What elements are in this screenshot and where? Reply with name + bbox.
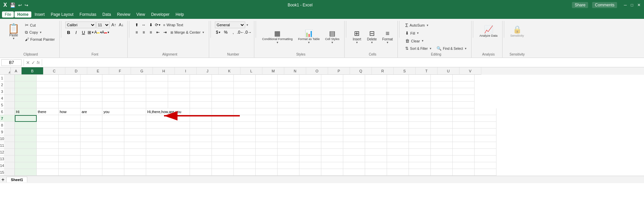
cell-r15[interactable] <box>387 169 409 176</box>
row-num-7[interactable]: 7 <box>0 115 4 122</box>
cell-e1[interactable] <box>80 75 102 81</box>
cell-d2[interactable] <box>59 81 80 88</box>
cell-b1[interactable] <box>15 75 37 81</box>
cell-e7[interactable] <box>80 115 102 122</box>
cell-d10[interactable] <box>59 135 80 142</box>
decrease-indent-button[interactable]: ⇤ <box>155 29 161 36</box>
menu-formulas[interactable]: Formulas <box>77 11 99 18</box>
analyze-data-button[interactable]: 📈 Analyze Data <box>477 22 500 42</box>
cell-v5[interactable] <box>453 102 475 108</box>
clear-button[interactable]: 🗑 Clear ▼ <box>404 37 430 44</box>
cell-l14[interactable] <box>256 162 278 169</box>
cell-reference-input[interactable] <box>1 59 22 66</box>
cell-s8[interactable] <box>409 122 431 129</box>
cell-p8[interactable] <box>343 122 365 129</box>
cell-d6[interactable]: how <box>59 108 80 115</box>
cell-j6[interactable] <box>212 108 234 115</box>
cell-d5[interactable] <box>59 102 80 108</box>
col-header-v[interactable]: V <box>459 67 481 75</box>
cell-a12[interactable] <box>4 149 15 156</box>
cell-h1[interactable] <box>146 75 168 81</box>
cell-e9[interactable] <box>80 129 102 135</box>
cell-a2[interactable] <box>4 81 15 88</box>
cell-g3[interactable] <box>124 88 146 95</box>
number-format-select[interactable]: General <box>215 22 245 28</box>
row-num-2[interactable]: 2 <box>0 81 4 88</box>
row-num-13[interactable]: 13 <box>0 156 4 162</box>
cell-k6[interactable] <box>234 108 256 115</box>
cell-p10[interactable] <box>343 135 365 142</box>
cell-s12[interactable] <box>409 149 431 156</box>
cell-j15[interactable] <box>212 169 234 176</box>
cell-k13[interactable] <box>234 156 256 162</box>
cell-q5[interactable] <box>343 102 365 108</box>
cell-f3[interactable] <box>102 88 124 95</box>
cell-n6[interactable] <box>299 108 321 115</box>
cell-b12[interactable] <box>15 149 37 156</box>
cell-g2[interactable] <box>124 81 146 88</box>
row-num-4[interactable]: 4 <box>0 95 4 102</box>
cell-m5[interactable] <box>256 102 278 108</box>
cell-s9[interactable] <box>409 129 431 135</box>
cell-s1[interactable] <box>387 75 409 81</box>
cell-m11[interactable] <box>278 142 299 149</box>
row-num-15[interactable]: 15 <box>0 169 4 176</box>
fill-color-button[interactable]: A▬▼ <box>95 29 102 36</box>
cell-d14[interactable] <box>59 162 80 169</box>
cell-t9[interactable] <box>431 129 453 135</box>
cell-l3[interactable] <box>234 88 256 95</box>
font-size-select[interactable]: 11 <box>96 22 110 28</box>
cell-q7[interactable] <box>365 115 387 122</box>
cell-b2[interactable] <box>15 81 37 88</box>
italic-button[interactable]: I <box>73 29 79 36</box>
formula-input[interactable] <box>44 60 643 66</box>
decrease-font-size-button[interactable]: A↓ <box>118 22 125 28</box>
cell-n7[interactable] <box>299 115 321 122</box>
cell-k12[interactable] <box>234 149 256 156</box>
row-num-12[interactable]: 12 <box>0 149 4 156</box>
cell-a4[interactable] <box>4 95 15 102</box>
cell-a1[interactable] <box>4 75 15 81</box>
cell-q12[interactable] <box>365 149 387 156</box>
cell-r7[interactable] <box>387 115 409 122</box>
cell-i1[interactable] <box>168 75 190 81</box>
cell-e11[interactable] <box>80 142 102 149</box>
share-button[interactable]: Share <box>572 2 588 8</box>
cell-v4[interactable] <box>453 95 475 102</box>
cell-l10[interactable] <box>256 135 278 142</box>
align-middle-button[interactable]: ↔ <box>140 22 147 28</box>
cell-j12[interactable] <box>212 149 234 156</box>
cell-o4[interactable] <box>299 95 321 102</box>
cell-m10[interactable] <box>278 135 299 142</box>
cell-n10[interactable] <box>299 135 321 142</box>
cell-r13[interactable] <box>387 156 409 162</box>
close-button[interactable]: ✕ <box>637 3 641 7</box>
cell-b15[interactable] <box>15 169 37 176</box>
cell-o3[interactable] <box>299 88 321 95</box>
cell-b14[interactable] <box>15 162 37 169</box>
cell-s6[interactable] <box>409 108 431 115</box>
cell-v6[interactable] <box>475 108 496 115</box>
cell-g6[interactable] <box>124 108 146 115</box>
maximize-button[interactable]: □ <box>631 3 633 7</box>
cell-i3[interactable] <box>168 88 190 95</box>
cell-h9[interactable] <box>146 129 190 135</box>
cell-e4[interactable] <box>80 95 102 102</box>
cell-p12[interactable] <box>343 149 365 156</box>
cell-t2[interactable] <box>409 81 431 88</box>
cell-d3[interactable] <box>59 88 80 95</box>
cell-n11[interactable] <box>299 142 321 149</box>
cell-k11[interactable] <box>234 142 256 149</box>
cell-l4[interactable] <box>234 95 256 102</box>
cell-o1[interactable] <box>299 75 321 81</box>
cell-d13[interactable] <box>59 156 80 162</box>
cell-c11[interactable] <box>37 142 59 149</box>
cell-a7[interactable] <box>4 115 15 122</box>
cell-r2[interactable] <box>365 81 387 88</box>
cell-styles-arrow[interactable]: ▼ <box>331 41 334 44</box>
cell-h8[interactable] <box>146 122 190 129</box>
increase-font-size-button[interactable]: A↑ <box>110 22 117 28</box>
cell-k10[interactable] <box>234 135 256 142</box>
cell-m2[interactable] <box>256 81 278 88</box>
cell-h2[interactable] <box>146 81 168 88</box>
